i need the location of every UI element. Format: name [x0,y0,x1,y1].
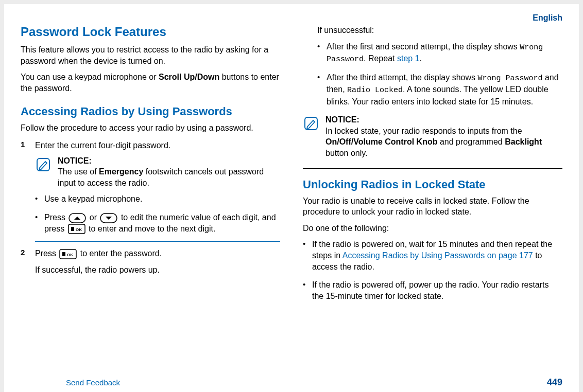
unlock-intro: Your radio is unable to receive calls in… [303,195,562,218]
down-button-icon [100,213,117,223]
ok-button-icon: OK [59,249,77,259]
column-right: If unsuccessful: After the first and sec… [303,15,562,368]
bold-text: Scroll Up/Down [159,73,219,81]
notice-icon [35,156,52,173]
step-text: Enter the current four-digit password. [35,140,280,151]
notice-block: NOTICE: In locked state, your radio resp… [303,114,562,158]
document-page: English Password Lock Features This feat… [4,4,579,392]
unsuccessful-label: If unsuccessful: [317,25,562,36]
text: The use of [58,167,99,176]
text: After the third attempt, the display sho… [327,73,477,82]
notice-body: NOTICE: The use of Emergency footswitch … [58,155,280,189]
notice-title: NOTICE: [58,155,280,167]
bold-text: On/Off/Volume Control Knob [325,137,437,146]
bullet-press-buttons: Press or to edit the numeric value of ea [35,212,280,235]
bold-text: Emergency [99,167,143,176]
text: Press [35,249,58,258]
bullet-powered-off: If the radio is powered off, power up th… [303,279,562,301]
page-footer: Send Feedback 449 [66,377,562,388]
section-divider [303,168,562,169]
procedure-intro: Follow the procedure to access your radi… [21,122,280,134]
step-divider [35,241,280,242]
step-text: Press OK to enter the password. [35,248,280,259]
svg-rect-7 [62,252,65,256]
svg-rect-4 [71,227,74,231]
svg-text:OK: OK [67,253,73,257]
crossref-link[interactable]: step 1 [397,54,420,63]
sub-bullets: Use a keypad microphone. Press or [35,193,280,234]
svg-text:OK: OK [76,227,82,232]
column-left: Password Lock Features This feature allo… [21,15,280,368]
bullet-keypad-mic: Use a keypad microphone. [35,193,280,205]
two-column-layout: Password Lock Features This feature allo… [21,15,562,368]
notice-block: NOTICE: The use of Emergency footswitch … [35,155,280,189]
text: Press [44,213,67,222]
ok-button-icon: OK [68,224,85,234]
display-text: Wrong Password [477,74,542,83]
send-feedback-link[interactable]: Send Feedback [66,378,120,387]
intro-paragraph-2: You can use a keypad microphone or Scrol… [21,72,280,94]
text: or [90,213,99,222]
step-result: If successful, the radio powers up. [35,264,280,276]
bullet-attempt-3: After the third attempt, the display sho… [317,72,562,107]
text: In locked state, your radio responds to … [325,127,522,135]
text: button only. [325,149,368,157]
bullet-attempt-1-2: After the first and second attempt, the … [317,41,562,65]
page-number: 449 [547,377,562,388]
up-button-icon [68,213,86,223]
step-number: 1 [21,140,25,149]
display-text: Radio Locked [347,86,403,95]
procedure-steps: 1 Enter the current four-digit password.… [21,140,280,276]
unsuccessful-bullets: After the first and second attempt, the … [317,41,562,108]
text: . [420,54,422,63]
do-one-label: Do one of the following: [303,223,562,234]
text: You can use a keypad microphone or [21,73,159,81]
text: to enter the password. [80,249,162,258]
notice-title: NOTICE: [325,114,562,126]
step-1: 1 Enter the current four-digit password.… [21,140,280,242]
crossref-link[interactable]: Accessing Radios by Using Passwords on p… [342,251,533,260]
text: After the first and second attempt, the … [327,42,520,51]
intro-paragraph-1: This feature allows you to restrict acce… [21,44,280,66]
language-label: English [533,13,562,23]
bullet-powered-on: If the radio is powered on, wait for 15 … [303,239,562,272]
continuation-block: If unsuccessful: After the first and sec… [303,25,562,159]
step-2: 2 Press OK to enter the password. If suc… [21,248,280,275]
heading-password-lock-features: Password Lock Features [21,25,280,39]
bold-text: Backlight [505,137,542,146]
step-number: 2 [21,248,25,257]
text: . Repeat [364,54,397,63]
notice-icon [303,115,319,132]
unlock-bullets: If the radio is powered on, wait for 15 … [303,239,562,301]
text: to enter and move to the next digit. [89,224,215,233]
notice-body: NOTICE: In locked state, your radio resp… [325,114,562,158]
heading-unlocking-radios: Unlocking Radios in Locked State [303,178,562,191]
text: and programmed [437,137,505,146]
heading-accessing-radios: Accessing Radios by Using Passwords [21,105,280,118]
